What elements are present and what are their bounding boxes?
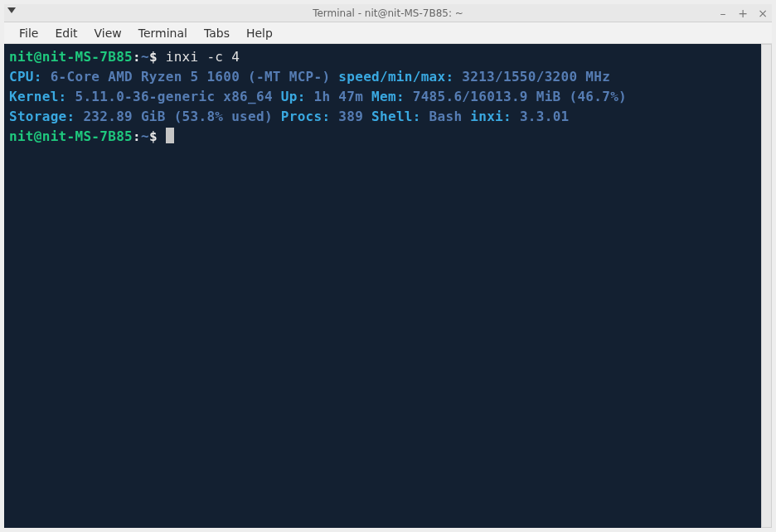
output-line-1: CPU: 6-Core AMD Ryzen 5 1600 (-MT MCP-) … bbox=[9, 67, 767, 87]
scrollbar[interactable] bbox=[761, 44, 772, 528]
menu-terminal[interactable]: Terminal bbox=[130, 24, 196, 42]
prompt-line-1: nit@nit-MS-7B85:~$ inxi -c 4 bbox=[9, 47, 767, 67]
menu-view[interactable]: View bbox=[86, 24, 130, 42]
inxi-value: 3.3.01 bbox=[512, 109, 577, 124]
inxi-label: inxi: bbox=[470, 109, 512, 124]
prompt-path-2: ~ bbox=[141, 128, 149, 144]
procs-value: 389 bbox=[330, 109, 371, 124]
titlebar[interactable]: Terminal - nit@nit-MS-7B85: ~ – + × bbox=[4, 4, 772, 22]
prompt-symbol-2: $ bbox=[149, 128, 158, 144]
terminal-area[interactable]: nit@nit-MS-7B85:~$ inxi -c 4 CPU: 6-Core… bbox=[4, 44, 772, 528]
terminal-window: Terminal - nit@nit-MS-7B85: ~ – + × File… bbox=[0, 0, 776, 532]
maximize-button[interactable]: + bbox=[737, 7, 749, 19]
output-line-3: Storage: 232.89 GiB (53.8% used) Procs: … bbox=[9, 107, 767, 127]
cursor bbox=[166, 128, 174, 143]
menu-file[interactable]: File bbox=[11, 24, 46, 42]
mem-value: 7485.6/16013.9 MiB (46.7%) bbox=[405, 89, 635, 104]
storage-label: Storage: bbox=[9, 109, 75, 124]
window-title: Terminal - nit@nit-MS-7B85: ~ bbox=[313, 7, 463, 19]
shell-value: Bash bbox=[421, 109, 471, 124]
app-menu-icon[interactable] bbox=[7, 7, 16, 13]
prompt-line-2: nit@nit-MS-7B85:~$ bbox=[9, 127, 767, 147]
output-line-2: Kernel: 5.11.0-36-generic x86_64 Up: 1h … bbox=[9, 87, 767, 107]
kernel-value: 5.11.0-36-generic x86_64 bbox=[67, 89, 281, 104]
up-value: 1h 47m bbox=[306, 89, 371, 104]
scrollbar-thumb[interactable] bbox=[761, 44, 772, 528]
command-text: inxi -c 4 bbox=[166, 49, 240, 65]
prompt-userhost: nit@nit-MS-7B85 bbox=[9, 49, 133, 65]
mem-label: Mem: bbox=[371, 89, 405, 104]
prompt-path: ~ bbox=[141, 49, 149, 65]
kernel-label: Kernel: bbox=[9, 89, 67, 104]
menu-edit[interactable]: Edit bbox=[46, 24, 85, 42]
menu-tabs[interactable]: Tabs bbox=[196, 24, 238, 42]
cpu-label: CPU: bbox=[9, 69, 42, 85]
speed-value: 3213/1550/3200 MHz bbox=[453, 69, 618, 85]
window-controls: – + × bbox=[717, 4, 769, 22]
speed-label: speed/min/max: bbox=[338, 69, 453, 85]
prompt-symbol: $ bbox=[149, 49, 158, 65]
minimize-button[interactable]: – bbox=[717, 7, 729, 19]
shell-label: Shell: bbox=[371, 109, 421, 124]
procs-label: Procs: bbox=[281, 109, 331, 124]
menubar: File Edit View Terminal Tabs Help bbox=[4, 22, 772, 44]
up-label: Up: bbox=[281, 89, 306, 104]
close-button[interactable]: × bbox=[757, 7, 769, 19]
cpu-value: 6-Core AMD Ryzen 5 1600 (-MT MCP-) bbox=[42, 69, 339, 85]
menu-help[interactable]: Help bbox=[238, 24, 281, 42]
prompt-userhost-2: nit@nit-MS-7B85 bbox=[9, 128, 133, 144]
prompt-sep-2: : bbox=[133, 128, 141, 144]
prompt-sep: : bbox=[133, 49, 141, 65]
storage-value: 232.89 GiB (53.8% used) bbox=[75, 109, 280, 124]
